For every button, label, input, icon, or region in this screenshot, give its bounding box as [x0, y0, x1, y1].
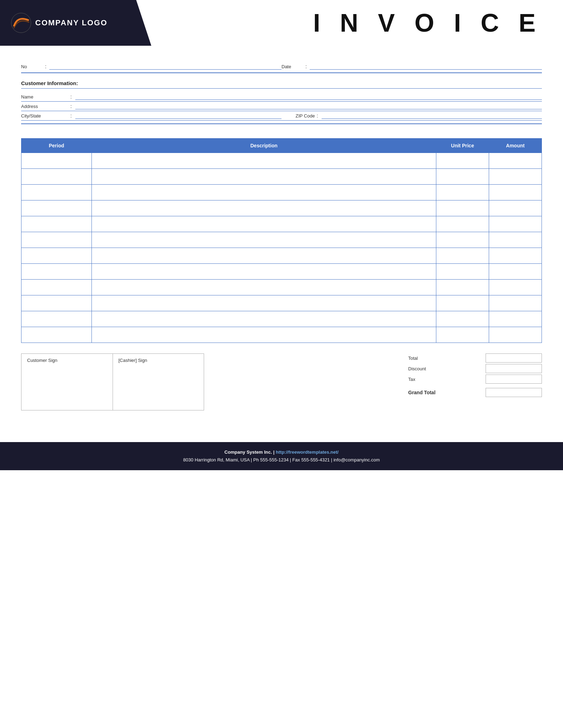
total-value-box [486, 353, 542, 363]
table-row [21, 153, 542, 169]
cashier-sign-box: [Cashier] Sign [113, 354, 204, 410]
customer-sign-box: Customer Sign [21, 354, 113, 410]
col-period-header: Period [21, 139, 92, 153]
table-row [21, 248, 542, 264]
cell-period-6 [21, 248, 92, 264]
address-colon: : [70, 103, 72, 109]
grand-total-row: Grand Total [408, 388, 542, 397]
date-colon: : [305, 64, 307, 69]
cell-unit-price-0 [436, 153, 489, 169]
cell-description-6 [92, 248, 436, 264]
items-table: Period Description Unit Price Amount [21, 138, 542, 343]
svg-point-0 [11, 13, 31, 33]
date-value-line [310, 63, 542, 70]
page-footer: Company System Inc. | http://freewordtem… [0, 442, 563, 470]
cell-amount-6 [489, 248, 542, 264]
page-header: COMPANY LOGO I N V O I C E [0, 0, 563, 46]
bottom-section: Customer Sign [Cashier] Sign Total Disco… [21, 353, 542, 410]
discount-row: Discount [408, 364, 542, 373]
cell-unit-price-7 [436, 264, 489, 280]
total-label: Total [408, 354, 480, 362]
city-state-colon: : [70, 113, 72, 119]
customer-address-row: Address : [21, 102, 542, 111]
cell-period-7 [21, 264, 92, 280]
items-table-section: Period Description Unit Price Amount [21, 138, 542, 343]
cell-unit-price-3 [436, 200, 489, 216]
city-state-value-line [75, 113, 282, 119]
zip-label: ZIP Code [282, 113, 317, 119]
customer-section: Customer Information: Name : Address : C… [21, 80, 542, 124]
cell-unit-price-8 [436, 280, 489, 295]
cell-description-3 [92, 200, 436, 216]
invoice-meta: No : Date : [21, 63, 542, 73]
city-state-label: City/State [21, 113, 70, 119]
customer-name-row: Name : [21, 92, 542, 102]
footer-website[interactable]: http://freewordtemplates.net/ [276, 449, 339, 455]
cell-amount-2 [489, 185, 542, 200]
no-label: No [21, 64, 42, 69]
cell-unit-price-10 [436, 311, 489, 327]
table-row [21, 280, 542, 295]
city-state-left: City/State : [21, 113, 282, 119]
cell-description-11 [92, 327, 436, 343]
table-row [21, 200, 542, 216]
cell-description-1 [92, 169, 436, 185]
zip-value-line [322, 113, 542, 119]
cell-unit-price-11 [436, 327, 489, 343]
cell-amount-9 [489, 295, 542, 311]
signature-area: Customer Sign [Cashier] Sign [21, 353, 204, 410]
cell-amount-1 [489, 169, 542, 185]
name-colon: : [70, 94, 72, 100]
cell-description-9 [92, 295, 436, 311]
cell-period-1 [21, 169, 92, 185]
col-description-header: Description [92, 139, 436, 153]
cell-unit-price-6 [436, 248, 489, 264]
cell-period-5 [21, 232, 92, 248]
discount-value-box [486, 364, 542, 373]
invoice-title: I N V O I C E [313, 8, 542, 37]
table-row [21, 264, 542, 280]
footer-separator: | [273, 449, 276, 455]
grand-total-value-box [486, 388, 542, 397]
total-row: Total [408, 353, 542, 363]
table-row [21, 232, 542, 248]
cell-description-8 [92, 280, 436, 295]
footer-company-name: Company System Inc. [224, 449, 272, 455]
table-row [21, 169, 542, 185]
table-row [21, 311, 542, 327]
table-row [21, 295, 542, 311]
cell-description-10 [92, 311, 436, 327]
cell-amount-4 [489, 216, 542, 232]
address-label: Address [21, 104, 70, 109]
table-row [21, 327, 542, 343]
no-colon: : [45, 64, 46, 69]
cell-description-2 [92, 185, 436, 200]
cell-period-2 [21, 185, 92, 200]
totals-table: Total Discount Tax Grand Total [408, 353, 542, 398]
table-header-row: Period Description Unit Price Amount [21, 139, 542, 153]
cell-period-11 [21, 327, 92, 343]
cell-description-7 [92, 264, 436, 280]
grand-total-label: Grand Total [408, 388, 480, 397]
cell-unit-price-1 [436, 169, 489, 185]
zip-right: ZIP Code : [282, 113, 542, 119]
cell-unit-price-5 [436, 232, 489, 248]
table-row [21, 216, 542, 232]
cell-description-4 [92, 216, 436, 232]
no-value-line [49, 63, 282, 70]
footer-line1: Company System Inc. | http://freewordtem… [7, 448, 556, 456]
table-row [21, 185, 542, 200]
cell-description-5 [92, 232, 436, 248]
cell-amount-7 [489, 264, 542, 280]
cell-period-10 [21, 311, 92, 327]
col-unit-price-header: Unit Price [436, 139, 489, 153]
cell-period-8 [21, 280, 92, 295]
tax-row: Tax [408, 375, 542, 384]
cashier-sign-label: [Cashier] Sign [119, 358, 147, 363]
cell-amount-10 [489, 311, 542, 327]
invoice-no-field: No : [21, 63, 282, 70]
content-area: No : Date : Customer Information: Name :… [0, 46, 563, 421]
logo-text: COMPANY LOGO [35, 18, 107, 27]
zip-colon: : [317, 113, 318, 119]
cell-unit-price-2 [436, 185, 489, 200]
